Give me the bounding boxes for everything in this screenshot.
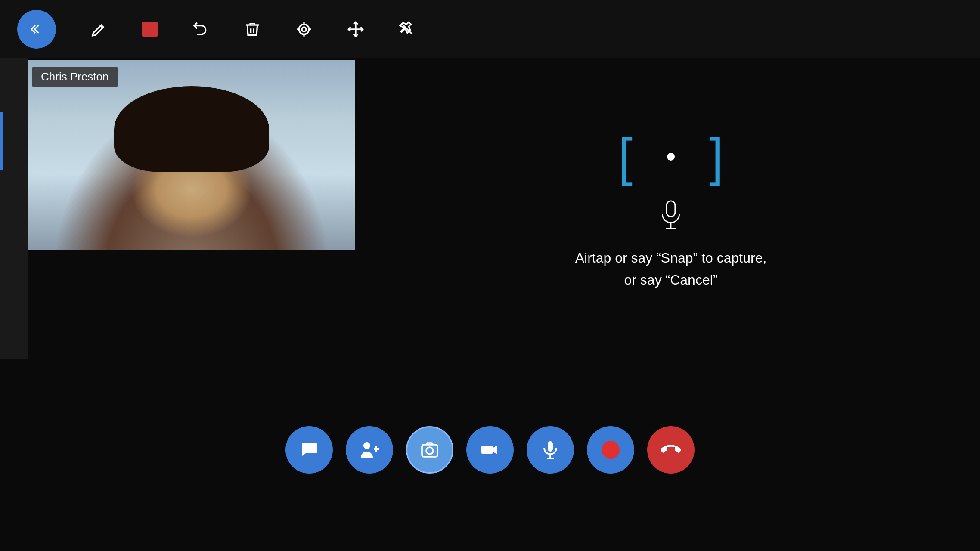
- video-button[interactable]: [466, 426, 514, 474]
- move-button[interactable]: [347, 21, 364, 38]
- toolbar: [0, 0, 980, 58]
- microphone-icon: [658, 200, 684, 230]
- mute-button[interactable]: [527, 426, 574, 474]
- bracket-right: ]: [709, 131, 723, 183]
- bracket-left: [: [618, 131, 633, 183]
- participant-name-label: Chris Preston: [32, 67, 118, 87]
- svg-point-12: [363, 442, 370, 449]
- participant-name-text: Chris Preston: [41, 70, 109, 83]
- svg-rect-15: [422, 445, 437, 457]
- snap-instruction-line1: Airtap or say “Snap” to capture,: [575, 247, 767, 269]
- delete-button[interactable]: [244, 21, 261, 38]
- pin-button[interactable]: [399, 21, 416, 38]
- stop-button[interactable]: [142, 22, 158, 37]
- pen-button[interactable]: [90, 21, 108, 38]
- svg-rect-18: [548, 441, 553, 452]
- undo-button[interactable]: [192, 21, 209, 38]
- sidebar: [0, 58, 28, 359]
- snap-instructions: Airtap or say “Snap” to capture, or say …: [575, 247, 767, 291]
- svg-point-16: [426, 447, 433, 454]
- video-placeholder: [28, 60, 355, 250]
- screenshot-button[interactable]: [406, 426, 453, 474]
- hair-shape: [114, 86, 269, 172]
- snap-instruction-line2: or say “Cancel”: [575, 269, 767, 291]
- svg-rect-17: [481, 446, 493, 454]
- target-button[interactable]: [295, 21, 313, 38]
- svg-point-1: [302, 27, 306, 31]
- sidebar-accent: [0, 112, 3, 170]
- back-button[interactable]: [17, 10, 56, 49]
- chat-button[interactable]: [285, 426, 333, 474]
- snap-panel: [ ] Airtap or say “Snap” to capture, or …: [362, 60, 980, 362]
- call-controls: [0, 426, 980, 474]
- add-people-button[interactable]: [346, 426, 393, 474]
- snap-bracket-ui: [ ]: [618, 131, 724, 183]
- svg-point-0: [299, 24, 309, 34]
- video-feed: [28, 60, 355, 250]
- snap-dot: [667, 153, 675, 161]
- svg-rect-9: [667, 201, 675, 217]
- record-button[interactable]: [587, 426, 634, 474]
- end-call-button[interactable]: [647, 426, 695, 474]
